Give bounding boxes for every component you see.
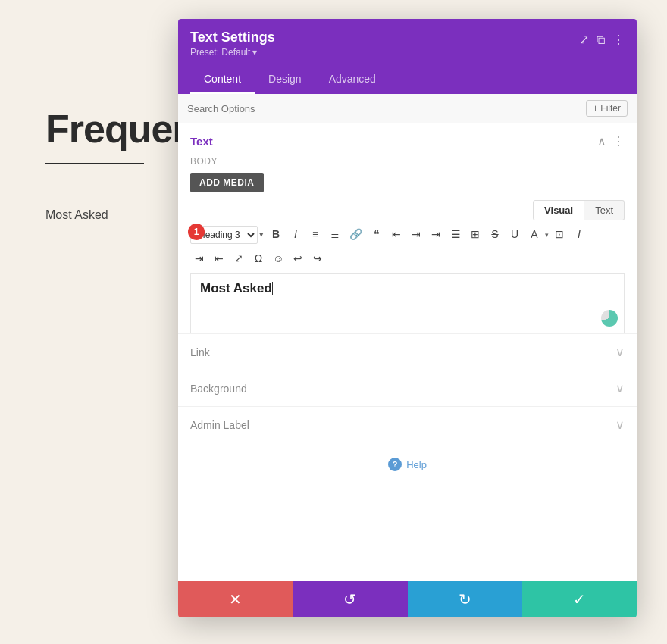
admin-chevron-icon: ∨ [615, 417, 625, 432]
undo-footer-button[interactable]: ↺ [293, 581, 407, 617]
italic-button[interactable]: I [287, 225, 305, 245]
link-chevron-icon: ∨ [615, 345, 625, 359]
modal-body: Text ∧ ⋮ Body ADD MEDIA Visual Text Head… [178, 123, 637, 581]
save-icon: ✓ [573, 590, 586, 608]
table-button[interactable]: ⊞ [466, 225, 484, 245]
link-button[interactable]: 🔗 [346, 225, 366, 245]
help-text[interactable]: Help [406, 459, 427, 470]
redo-footer-button[interactable]: ↻ [408, 581, 522, 617]
background-section[interactable]: Background ∨ [178, 370, 637, 406]
search-bar: + Filter [178, 94, 637, 123]
more-options-icon[interactable]: ⋮ [612, 33, 625, 47]
section-title: Text [190, 135, 213, 148]
background-label: Background [190, 383, 247, 395]
bold-button[interactable]: B [267, 225, 285, 245]
page-title: Frequen [45, 106, 196, 152]
tab-text[interactable]: Text [584, 200, 625, 220]
tab-design[interactable]: Design [255, 65, 315, 94]
filter-button[interactable]: + Filter [586, 100, 628, 117]
help-section: ? Help [178, 442, 637, 486]
clear-format-button[interactable]: I [570, 225, 588, 245]
unordered-list-button[interactable]: ≡ [306, 225, 324, 245]
modal-preset-label: Preset: Default [190, 47, 250, 58]
text-section-header: Text ∧ ⋮ [178, 123, 637, 156]
tab-content[interactable]: Content [190, 65, 255, 94]
page-divider [45, 163, 144, 164]
modal-preset[interactable]: Preset: Default ▾ [190, 47, 275, 58]
step-indicator: 1 [188, 224, 205, 240]
fullscreen-button[interactable]: ⤢ [230, 249, 248, 269]
blockquote-button[interactable]: ❝ [368, 225, 386, 245]
loading-circle [601, 310, 618, 327]
tab-visual[interactable]: Visual [533, 200, 584, 220]
cancel-icon: ✕ [229, 590, 242, 608]
help-icon[interactable]: ? [388, 458, 402, 471]
align-justify-button[interactable]: ☰ [446, 225, 465, 245]
save-button[interactable]: ✓ [522, 581, 637, 617]
align-center-button[interactable]: ⇥ [407, 225, 425, 245]
editor-toolbar-row2: ⇥ ⇤ ⤢ Ω ☺ ↩ ↪ [178, 249, 637, 274]
editor-loading [601, 310, 618, 327]
editor-tabs: Visual Text [178, 200, 637, 225]
modal-header-icons: ⤢ ⧉ ⋮ [579, 33, 625, 47]
special-char-button[interactable]: Ω [249, 249, 268, 269]
section-actions: ∧ ⋮ [597, 134, 625, 148]
search-input[interactable] [187, 103, 586, 114]
align-left-button[interactable]: ⇤ [387, 225, 406, 245]
modal-title: Text Settings [190, 30, 275, 45]
body-label: Body [178, 156, 637, 173]
editor-toolbar-row1: Heading 3 ▾ B I ≡ ≣ 🔗 ❝ ⇤ ⇥ ⇥ ☰ ⊞ S U A … [178, 225, 637, 249]
modal: Text Settings Preset: Default ▾ ⤢ ⧉ ⋮ Co… [178, 19, 637, 617]
modal-footer: ✕ ↺ ↻ ✓ [178, 581, 637, 617]
align-right-button[interactable]: ⇥ [427, 225, 445, 245]
tab-advanced[interactable]: Advanced [315, 65, 390, 94]
admin-label-text: Admin Label [190, 419, 249, 431]
cancel-button[interactable]: ✕ [178, 581, 293, 617]
admin-label-section[interactable]: Admin Label ∨ [178, 406, 637, 442]
background-chevron-icon: ∨ [615, 381, 625, 395]
resize-icon[interactable]: ⤢ [579, 33, 589, 47]
link-section[interactable]: Link ∨ [178, 333, 637, 370]
editor-content: Most Asked [200, 281, 615, 296]
emoji-button[interactable]: ☺ [269, 249, 287, 269]
link-label: Link [190, 346, 210, 358]
underline-button[interactable]: U [506, 225, 524, 245]
ordered-list-button[interactable]: ≣ [326, 225, 344, 245]
editor-cursor [272, 282, 273, 295]
outdent-button[interactable]: ⇤ [210, 249, 228, 269]
undo-button[interactable]: ↩ [289, 249, 307, 269]
toolbar-dropdown-arrow: ▾ [259, 230, 264, 239]
modal-header: Text Settings Preset: Default ▾ ⤢ ⧉ ⋮ [178, 19, 637, 65]
modal-preset-arrow: ▾ [252, 47, 257, 58]
paste-text-button[interactable]: ⊡ [550, 225, 568, 245]
font-color-button[interactable]: A [525, 225, 543, 245]
strikethrough-button[interactable]: S [486, 225, 504, 245]
section-collapse-icon[interactable]: ∧ [597, 134, 606, 148]
page-subtitle: Most Asked [45, 208, 108, 222]
section-more-icon[interactable]: ⋮ [612, 134, 625, 148]
redo-button[interactable]: ↪ [308, 249, 327, 269]
add-media-button[interactable]: ADD MEDIA [190, 173, 264, 192]
columns-icon[interactable]: ⧉ [597, 33, 605, 47]
modal-header-left: Text Settings Preset: Default ▾ [190, 30, 275, 58]
indent-button[interactable]: ⇥ [190, 249, 208, 269]
editor-area[interactable]: Most Asked [190, 273, 625, 333]
redo-icon: ↻ [459, 590, 471, 608]
undo-icon: ↺ [343, 590, 356, 608]
modal-tabs: Content Design Advanced [178, 65, 637, 94]
